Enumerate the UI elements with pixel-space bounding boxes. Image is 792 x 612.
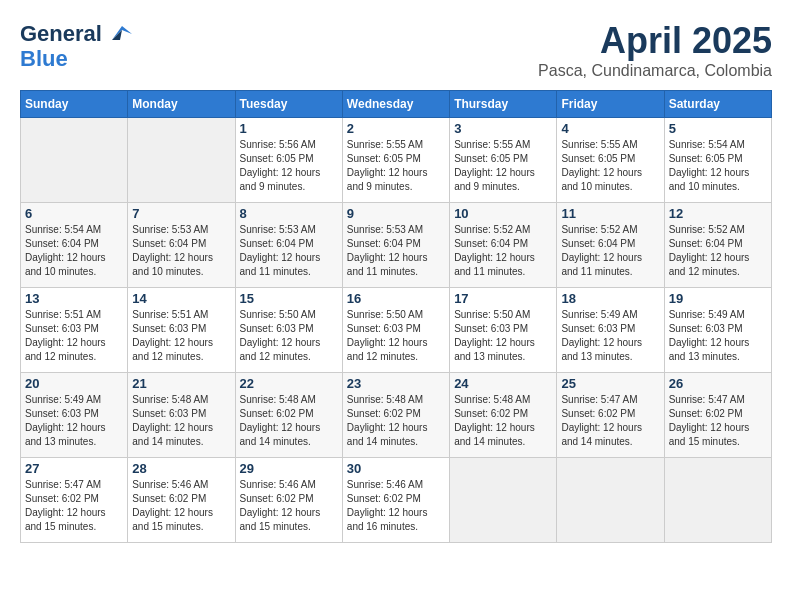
table-row: 6Sunrise: 5:54 AM Sunset: 6:04 PM Daylig… bbox=[21, 203, 128, 288]
day-number: 18 bbox=[561, 291, 659, 306]
day-detail: Sunrise: 5:49 AM Sunset: 6:03 PM Dayligh… bbox=[561, 308, 659, 364]
day-detail: Sunrise: 5:46 AM Sunset: 6:02 PM Dayligh… bbox=[347, 478, 445, 534]
table-row bbox=[557, 458, 664, 543]
table-row: 9Sunrise: 5:53 AM Sunset: 6:04 PM Daylig… bbox=[342, 203, 449, 288]
day-number: 3 bbox=[454, 121, 552, 136]
calendar-week-row: 20Sunrise: 5:49 AM Sunset: 6:03 PM Dayli… bbox=[21, 373, 772, 458]
col-wednesday: Wednesday bbox=[342, 91, 449, 118]
table-row: 14Sunrise: 5:51 AM Sunset: 6:03 PM Dayli… bbox=[128, 288, 235, 373]
day-detail: Sunrise: 5:48 AM Sunset: 6:02 PM Dayligh… bbox=[454, 393, 552, 449]
table-row: 27Sunrise: 5:47 AM Sunset: 6:02 PM Dayli… bbox=[21, 458, 128, 543]
day-detail: Sunrise: 5:51 AM Sunset: 6:03 PM Dayligh… bbox=[132, 308, 230, 364]
calendar-week-row: 13Sunrise: 5:51 AM Sunset: 6:03 PM Dayli… bbox=[21, 288, 772, 373]
day-number: 5 bbox=[669, 121, 767, 136]
table-row: 7Sunrise: 5:53 AM Sunset: 6:04 PM Daylig… bbox=[128, 203, 235, 288]
day-number: 6 bbox=[25, 206, 123, 221]
day-detail: Sunrise: 5:46 AM Sunset: 6:02 PM Dayligh… bbox=[240, 478, 338, 534]
logo-blue-text: Blue bbox=[20, 46, 68, 71]
day-number: 24 bbox=[454, 376, 552, 391]
table-row: 17Sunrise: 5:50 AM Sunset: 6:03 PM Dayli… bbox=[450, 288, 557, 373]
day-detail: Sunrise: 5:47 AM Sunset: 6:02 PM Dayligh… bbox=[669, 393, 767, 449]
day-number: 12 bbox=[669, 206, 767, 221]
day-number: 26 bbox=[669, 376, 767, 391]
day-number: 20 bbox=[25, 376, 123, 391]
table-row: 10Sunrise: 5:52 AM Sunset: 6:04 PM Dayli… bbox=[450, 203, 557, 288]
col-friday: Friday bbox=[557, 91, 664, 118]
table-row: 15Sunrise: 5:50 AM Sunset: 6:03 PM Dayli… bbox=[235, 288, 342, 373]
table-row: 28Sunrise: 5:46 AM Sunset: 6:02 PM Dayli… bbox=[128, 458, 235, 543]
table-row: 16Sunrise: 5:50 AM Sunset: 6:03 PM Dayli… bbox=[342, 288, 449, 373]
table-row: 13Sunrise: 5:51 AM Sunset: 6:03 PM Dayli… bbox=[21, 288, 128, 373]
day-detail: Sunrise: 5:47 AM Sunset: 6:02 PM Dayligh… bbox=[25, 478, 123, 534]
table-row bbox=[21, 118, 128, 203]
day-detail: Sunrise: 5:55 AM Sunset: 6:05 PM Dayligh… bbox=[347, 138, 445, 194]
calendar-title: April 2025 bbox=[538, 20, 772, 62]
day-detail: Sunrise: 5:54 AM Sunset: 6:05 PM Dayligh… bbox=[669, 138, 767, 194]
day-detail: Sunrise: 5:49 AM Sunset: 6:03 PM Dayligh… bbox=[669, 308, 767, 364]
calendar-location: Pasca, Cundinamarca, Colombia bbox=[538, 62, 772, 80]
day-detail: Sunrise: 5:50 AM Sunset: 6:03 PM Dayligh… bbox=[240, 308, 338, 364]
day-detail: Sunrise: 5:50 AM Sunset: 6:03 PM Dayligh… bbox=[347, 308, 445, 364]
col-tuesday: Tuesday bbox=[235, 91, 342, 118]
day-detail: Sunrise: 5:55 AM Sunset: 6:05 PM Dayligh… bbox=[454, 138, 552, 194]
day-number: 7 bbox=[132, 206, 230, 221]
table-row: 3Sunrise: 5:55 AM Sunset: 6:05 PM Daylig… bbox=[450, 118, 557, 203]
col-saturday: Saturday bbox=[664, 91, 771, 118]
day-number: 1 bbox=[240, 121, 338, 136]
col-sunday: Sunday bbox=[21, 91, 128, 118]
day-detail: Sunrise: 5:53 AM Sunset: 6:04 PM Dayligh… bbox=[132, 223, 230, 279]
day-detail: Sunrise: 5:47 AM Sunset: 6:02 PM Dayligh… bbox=[561, 393, 659, 449]
day-detail: Sunrise: 5:48 AM Sunset: 6:02 PM Dayligh… bbox=[240, 393, 338, 449]
day-number: 27 bbox=[25, 461, 123, 476]
day-number: 23 bbox=[347, 376, 445, 391]
table-row: 2Sunrise: 5:55 AM Sunset: 6:05 PM Daylig… bbox=[342, 118, 449, 203]
col-thursday: Thursday bbox=[450, 91, 557, 118]
table-row: 19Sunrise: 5:49 AM Sunset: 6:03 PM Dayli… bbox=[664, 288, 771, 373]
day-number: 21 bbox=[132, 376, 230, 391]
table-row: 20Sunrise: 5:49 AM Sunset: 6:03 PM Dayli… bbox=[21, 373, 128, 458]
table-row: 25Sunrise: 5:47 AM Sunset: 6:02 PM Dayli… bbox=[557, 373, 664, 458]
table-row: 11Sunrise: 5:52 AM Sunset: 6:04 PM Dayli… bbox=[557, 203, 664, 288]
day-number: 29 bbox=[240, 461, 338, 476]
day-number: 14 bbox=[132, 291, 230, 306]
day-number: 30 bbox=[347, 461, 445, 476]
day-detail: Sunrise: 5:53 AM Sunset: 6:04 PM Dayligh… bbox=[347, 223, 445, 279]
day-detail: Sunrise: 5:52 AM Sunset: 6:04 PM Dayligh… bbox=[561, 223, 659, 279]
day-detail: Sunrise: 5:46 AM Sunset: 6:02 PM Dayligh… bbox=[132, 478, 230, 534]
day-number: 4 bbox=[561, 121, 659, 136]
day-number: 16 bbox=[347, 291, 445, 306]
day-detail: Sunrise: 5:49 AM Sunset: 6:03 PM Dayligh… bbox=[25, 393, 123, 449]
day-number: 17 bbox=[454, 291, 552, 306]
table-row: 8Sunrise: 5:53 AM Sunset: 6:04 PM Daylig… bbox=[235, 203, 342, 288]
day-number: 2 bbox=[347, 121, 445, 136]
day-detail: Sunrise: 5:54 AM Sunset: 6:04 PM Dayligh… bbox=[25, 223, 123, 279]
table-row: 1Sunrise: 5:56 AM Sunset: 6:05 PM Daylig… bbox=[235, 118, 342, 203]
day-detail: Sunrise: 5:56 AM Sunset: 6:05 PM Dayligh… bbox=[240, 138, 338, 194]
calendar-week-row: 1Sunrise: 5:56 AM Sunset: 6:05 PM Daylig… bbox=[21, 118, 772, 203]
table-row bbox=[664, 458, 771, 543]
day-number: 22 bbox=[240, 376, 338, 391]
col-monday: Monday bbox=[128, 91, 235, 118]
day-detail: Sunrise: 5:52 AM Sunset: 6:04 PM Dayligh… bbox=[454, 223, 552, 279]
calendar-week-row: 6Sunrise: 5:54 AM Sunset: 6:04 PM Daylig… bbox=[21, 203, 772, 288]
table-row: 30Sunrise: 5:46 AM Sunset: 6:02 PM Dayli… bbox=[342, 458, 449, 543]
table-row: 24Sunrise: 5:48 AM Sunset: 6:02 PM Dayli… bbox=[450, 373, 557, 458]
calendar-table: Sunday Monday Tuesday Wednesday Thursday… bbox=[20, 90, 772, 543]
table-row: 5Sunrise: 5:54 AM Sunset: 6:05 PM Daylig… bbox=[664, 118, 771, 203]
header: General Blue April 2025 Pasca, Cundinama… bbox=[20, 20, 772, 80]
title-area: April 2025 Pasca, Cundinamarca, Colombia bbox=[538, 20, 772, 80]
day-number: 8 bbox=[240, 206, 338, 221]
svg-marker-1 bbox=[112, 30, 122, 40]
calendar-header-row: Sunday Monday Tuesday Wednesday Thursday… bbox=[21, 91, 772, 118]
table-row: 18Sunrise: 5:49 AM Sunset: 6:03 PM Dayli… bbox=[557, 288, 664, 373]
table-row bbox=[128, 118, 235, 203]
day-detail: Sunrise: 5:48 AM Sunset: 6:03 PM Dayligh… bbox=[132, 393, 230, 449]
table-row: 4Sunrise: 5:55 AM Sunset: 6:05 PM Daylig… bbox=[557, 118, 664, 203]
table-row: 21Sunrise: 5:48 AM Sunset: 6:03 PM Dayli… bbox=[128, 373, 235, 458]
table-row: 22Sunrise: 5:48 AM Sunset: 6:02 PM Dayli… bbox=[235, 373, 342, 458]
logo-bird-icon bbox=[104, 20, 134, 48]
calendar-week-row: 27Sunrise: 5:47 AM Sunset: 6:02 PM Dayli… bbox=[21, 458, 772, 543]
day-detail: Sunrise: 5:55 AM Sunset: 6:05 PM Dayligh… bbox=[561, 138, 659, 194]
day-number: 28 bbox=[132, 461, 230, 476]
table-row: 23Sunrise: 5:48 AM Sunset: 6:02 PM Dayli… bbox=[342, 373, 449, 458]
